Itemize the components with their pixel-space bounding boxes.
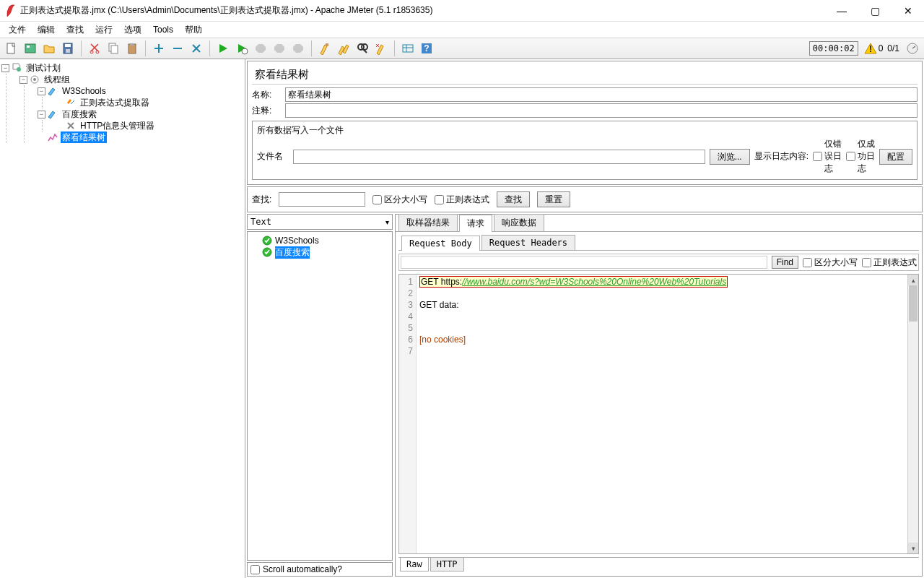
- name-input[interactable]: [285, 87, 918, 102]
- find-in-body-row: Find 区分大小写 正则表达式: [398, 254, 919, 271]
- templates-icon[interactable]: [22, 40, 39, 57]
- search-reset-button[interactable]: 重置: [537, 191, 570, 207]
- find-button[interactable]: Find: [772, 256, 798, 269]
- reset-search-icon[interactable]: [372, 40, 390, 57]
- sample-baidu[interactable]: 百度搜索: [250, 246, 389, 258]
- testplan-icon: [11, 62, 22, 74]
- menu-run[interactable]: 运行: [91, 22, 117, 38]
- tab-sampler-result[interactable]: 取样器结果: [398, 214, 458, 231]
- search-icon[interactable]: [354, 40, 371, 57]
- menu-file[interactable]: 文件: [4, 22, 30, 38]
- scroll-auto-checkbox[interactable]: [250, 565, 260, 574]
- svg-rect-5: [66, 49, 70, 53]
- copy-icon[interactable]: [105, 40, 122, 57]
- menu-options[interactable]: 选项: [120, 22, 146, 38]
- tree-baidu-search[interactable]: − 百度搜索: [38, 108, 243, 120]
- svg-text:?: ?: [424, 43, 429, 53]
- window-title: 正则表达式提取器.jmx (C:\Users\Admin\Documents\正…: [20, 4, 832, 17]
- clear-icon[interactable]: [316, 40, 334, 57]
- search-case-checkbox[interactable]: [372, 195, 382, 204]
- search-input[interactable]: [279, 192, 365, 207]
- results-detail-panel: 取样器结果 请求 响应数据 Request Body Request Heade…: [395, 214, 923, 577]
- renderer-select[interactable]: Text ▾: [247, 214, 393, 230]
- stop-icon[interactable]: [252, 40, 269, 57]
- tab-raw[interactable]: Raw: [400, 558, 429, 571]
- minimize-button[interactable]: —: [832, 5, 852, 17]
- tree-regex-extractor[interactable]: 正则表达式提取器: [56, 97, 243, 108]
- collapse-icon[interactable]: [169, 40, 186, 57]
- sample-w3schools[interactable]: W3Schools: [250, 235, 389, 246]
- tab-request[interactable]: 请求: [459, 215, 492, 232]
- search-regex-checkbox[interactable]: [435, 195, 444, 204]
- tab-request-headers[interactable]: Request Headers: [481, 235, 575, 250]
- expand-icon[interactable]: [150, 40, 167, 57]
- clear-all-icon[interactable]: [335, 40, 352, 57]
- svg-rect-16: [403, 45, 413, 52]
- browse-button[interactable]: 浏览...: [710, 149, 750, 165]
- tree-test-plan[interactable]: − 测试计划: [1, 62, 243, 74]
- tab-response-data[interactable]: 响应数据: [494, 214, 544, 231]
- only-success-checkbox[interactable]: [846, 152, 855, 161]
- help-icon[interactable]: ?: [418, 40, 435, 57]
- tree-header-manager[interactable]: HTTP信息头管理器: [56, 120, 243, 131]
- tab-http[interactable]: HTTP: [430, 558, 464, 571]
- gauge-icon[interactable]: [904, 40, 921, 57]
- config-icon: [65, 120, 77, 131]
- http-sampler-icon: [47, 108, 58, 120]
- scroll-auto-row: Scroll automatically?: [247, 562, 393, 577]
- save-icon[interactable]: [59, 40, 77, 57]
- menu-tools[interactable]: Tools: [149, 23, 178, 36]
- tab-request-body[interactable]: Request Body: [401, 236, 480, 251]
- chevron-down-icon: ▾: [385, 218, 389, 226]
- search-find-button[interactable]: 查找: [497, 191, 530, 207]
- tree-w3schools[interactable]: − W3Schools: [38, 85, 243, 97]
- function-helper-icon[interactable]: [399, 40, 417, 57]
- toggle-icon[interactable]: [188, 40, 205, 57]
- menu-bar: 文件 编辑 查找 运行 选项 Tools 帮助: [0, 22, 924, 38]
- request-body-editor[interactable]: 1234567 GET https://www.baidu.com/s?wd=W…: [398, 274, 919, 554]
- vertical-scrollbar[interactable]: ▴ ▾: [907, 275, 918, 553]
- jmeter-icon: [6, 4, 16, 17]
- comment-input[interactable]: [285, 103, 918, 118]
- tree-view-results-tree[interactable]: 察看结果树: [38, 131, 243, 143]
- paste-icon[interactable]: [123, 40, 141, 57]
- svg-rect-0: [7, 43, 14, 53]
- menu-search[interactable]: 查找: [62, 22, 88, 38]
- detail-tabs: 取样器结果 请求 响应数据: [396, 215, 922, 232]
- postprocessor-icon: [65, 97, 77, 108]
- file-group-title: 所有数据写入一个文件: [257, 124, 912, 137]
- file-output-group: 所有数据写入一个文件 文件名 浏览... 显示日志内容: 仅错误日志 仅成功日志…: [252, 121, 918, 180]
- find-input[interactable]: [401, 256, 767, 269]
- request-sub-tabs: Request Body Request Headers: [398, 235, 919, 251]
- maximize-button[interactable]: ▢: [865, 5, 885, 17]
- close-button[interactable]: ✕: [898, 5, 918, 17]
- log-display-label: 显示日志内容:: [754, 150, 808, 163]
- only-error-checkbox[interactable]: [813, 152, 822, 161]
- code-content: GET https://www.baidu.com/s?wd=W3Schools…: [417, 275, 918, 553]
- cut-icon[interactable]: [86, 40, 103, 57]
- menu-edit[interactable]: 编辑: [33, 22, 59, 38]
- configure-button[interactable]: 配置: [879, 149, 912, 165]
- sample-result-tree[interactable]: W3Schools 百度搜索: [247, 231, 393, 561]
- svg-rect-11: [130, 43, 134, 46]
- start-no-timers-icon[interactable]: [233, 40, 250, 57]
- svg-rect-4: [65, 44, 71, 47]
- find-regex-checkbox[interactable]: [862, 258, 871, 267]
- open-icon[interactable]: [40, 40, 58, 57]
- svg-rect-1: [25, 44, 35, 53]
- comment-label: 注释:: [252, 105, 281, 117]
- warning-icon[interactable]: !0: [864, 42, 884, 55]
- stop-remote-icon[interactable]: [289, 40, 307, 57]
- filename-input[interactable]: [293, 150, 705, 164]
- tree-thread-group[interactable]: − 线程组: [19, 74, 243, 85]
- menu-help[interactable]: 帮助: [180, 22, 206, 38]
- find-case-checkbox[interactable]: [803, 258, 812, 267]
- test-plan-tree[interactable]: − 测试计划 − 线程组 −: [0, 59, 245, 578]
- start-icon[interactable]: [214, 40, 232, 57]
- toolbar: ? 00:00:02 !0 0/1: [0, 38, 924, 59]
- request-view-tabs: Raw HTTP: [398, 557, 919, 573]
- new-icon[interactable]: [3, 40, 20, 57]
- shutdown-icon[interactable]: [271, 40, 288, 57]
- http-sampler-icon: [47, 85, 58, 97]
- search-label: 查找:: [252, 194, 271, 206]
